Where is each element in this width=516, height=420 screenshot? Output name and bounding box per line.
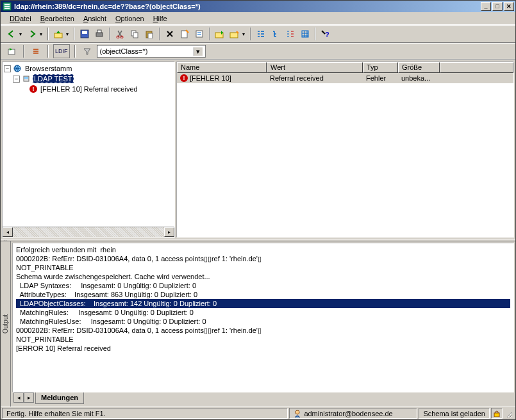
svg-rect-7 (96, 33, 103, 36)
svg-rect-4 (54, 33, 62, 38)
status-help: Fertig. Hilfe erhalten Sie mit F1. (2, 408, 288, 419)
output-line: AttributeTypes: Insgesamt: 863 Ungültig:… (16, 290, 510, 299)
cut-button[interactable] (113, 27, 127, 41)
minimize-button[interactable]: _ (481, 2, 491, 11)
svg-rect-1 (4, 4, 10, 5)
forward-button[interactable] (25, 27, 39, 41)
refresh-button[interactable] (4, 44, 19, 58)
collapse-icon[interactable]: − (4, 65, 11, 72)
view-grid-button[interactable] (298, 27, 312, 41)
view-filter-button[interactable] (283, 27, 297, 41)
status-lock (491, 408, 503, 419)
output-line: Erfolgreich verbunden mit rhein (16, 245, 510, 254)
col-typ[interactable]: Typ (363, 62, 398, 73)
svg-rect-15 (181, 31, 187, 38)
menu-datei[interactable]: DDatei (6, 13, 35, 24)
forward-dropdown[interactable]: ▾ (40, 31, 45, 37)
folder-button[interactable] (228, 27, 242, 41)
tab-meldungen[interactable]: Meldungen (35, 392, 84, 404)
output-text[interactable]: Erfolgreich verbunden mit rhein 0000202B… (12, 243, 514, 392)
col-groesse[interactable]: Größe (398, 62, 440, 73)
view-tree-button[interactable] (269, 27, 283, 41)
bookmark-button[interactable] (213, 27, 227, 41)
error-icon: ! (29, 85, 37, 93)
export-button[interactable] (29, 44, 43, 58)
svg-rect-26 (494, 413, 499, 417)
list-pane: Name Wert Typ Größe ! [FEHLER 10] Referr… (176, 61, 514, 238)
menu-hilfe[interactable]: Hilfe (149, 13, 171, 24)
window-title: ldap://rhein:389/dc=rhein,dc=de??base?(o… (14, 3, 479, 10)
back-dropdown[interactable]: ▾ (19, 31, 24, 37)
save-button[interactable] (78, 27, 92, 41)
tab-next-button[interactable]: ▸ (24, 392, 34, 403)
new-entry-button[interactable] (178, 27, 192, 41)
output-line: NOT_PRINTABLE (16, 263, 510, 272)
output-line: 0000202B: RefErr: DSID-031006A4, data 0,… (16, 326, 510, 335)
tree-root-label: Browserstamm (24, 65, 73, 72)
scroll-left-icon[interactable]: ◂ (3, 227, 13, 237)
maximize-button[interactable]: □ (492, 2, 503, 11)
filterbar: LDIF (objectClass=*) ▾ (1, 43, 515, 60)
up-button[interactable] (51, 27, 65, 41)
app-icon (2, 1, 12, 12)
menu-optionen[interactable]: Optionen (112, 13, 148, 24)
statusbar: Fertig. Hilfe erhalten Sie mit F1. admin… (1, 407, 515, 419)
svg-rect-24 (24, 77, 28, 79)
col-name[interactable]: Name (177, 62, 267, 73)
resize-grip[interactable] (504, 408, 514, 419)
output-line: Schema wurde zwischengespeichert. Cache … (16, 272, 510, 281)
filter-value: (objectClass=*) (100, 47, 148, 55)
user-icon (294, 410, 301, 417)
print-button[interactable] (92, 27, 106, 41)
globe-icon (13, 64, 22, 73)
up-dropdown[interactable]: ▾ (66, 31, 71, 37)
tree-node-label: LDAP TEST (33, 74, 74, 83)
menu-ansicht[interactable]: Ansicht (79, 13, 110, 24)
output-line: LDAP Syntaxes: Insgesamt: 0 Ungültig: 0 … (16, 281, 510, 290)
tree-pane: − Browserstamm − LDAP TEST ! [FEHLER 10]… (2, 61, 175, 238)
svg-text:?: ? (325, 31, 329, 38)
svg-rect-8 (97, 30, 101, 33)
output-tabs: ◂ ▸ Meldungen (12, 392, 514, 405)
help-button[interactable]: ? (319, 27, 333, 41)
output-line-selected: LDAPObjectClasses: Insgesamt: 142 Ungült… (16, 299, 510, 308)
output-line: NOT_PRINTABLE (16, 335, 510, 344)
back-button[interactable] (4, 27, 19, 41)
cell-typ: Fehler (363, 74, 398, 82)
properties-button[interactable] (192, 27, 206, 41)
titlebar: ldap://rhein:389/dc=rhein,dc=de??base?(o… (1, 1, 515, 12)
col-wert[interactable]: Wert (267, 62, 363, 73)
filter-combo[interactable]: (objectClass=*) ▾ (97, 45, 206, 58)
close-button[interactable]: ✕ (504, 2, 514, 11)
list-row[interactable]: ! [FEHLER 10] Referral received Fehler u… (177, 73, 513, 83)
scroll-right-icon[interactable]: ▸ (164, 227, 174, 237)
svg-point-25 (295, 410, 299, 414)
menubar: DDatei Bearbeiten Ansicht Optionen Hilfe (1, 12, 515, 25)
folder-dropdown[interactable]: ▾ (242, 31, 247, 37)
menu-bearbeiten[interactable]: Bearbeiten (37, 13, 78, 24)
tree-node-ldaptest[interactable]: − LDAP TEST (4, 74, 173, 84)
tree-node-error[interactable]: ! [FEHLER 10] Referral received (4, 84, 173, 94)
output-line: [ERROR 10] Referral received (16, 344, 510, 353)
paste-button[interactable] (142, 27, 156, 41)
svg-rect-18 (230, 33, 238, 38)
output-line: MatchingRules: Insgesamt: 0 Ungültig: 0 … (16, 308, 510, 317)
cell-groesse: unbeka... (398, 74, 440, 82)
output-line: 0000202B: RefErr: DSID-031006A4, data 0,… (16, 254, 510, 263)
chevron-down-icon: ▾ (194, 47, 203, 56)
delete-button[interactable] (163, 27, 177, 41)
svg-rect-2 (4, 6, 10, 7)
cell-wert: Referral received (267, 74, 363, 82)
svg-rect-21 (8, 49, 15, 54)
filter-icon[interactable] (80, 44, 94, 58)
tree-node-error-label: [FEHLER 10] Referral received (39, 85, 139, 93)
svg-rect-12 (133, 33, 138, 38)
collapse-icon[interactable]: − (13, 76, 20, 83)
copy-button[interactable] (128, 27, 142, 41)
view-list-button[interactable] (254, 27, 268, 41)
tab-prev-button[interactable]: ◂ (13, 392, 24, 403)
tree-root[interactable]: − Browserstamm (4, 63, 173, 74)
ldif-button[interactable]: LDIF (53, 44, 70, 58)
output-side-tab[interactable]: Output (1, 241, 11, 407)
tree-hscroll[interactable]: ◂ ▸ (3, 227, 174, 237)
